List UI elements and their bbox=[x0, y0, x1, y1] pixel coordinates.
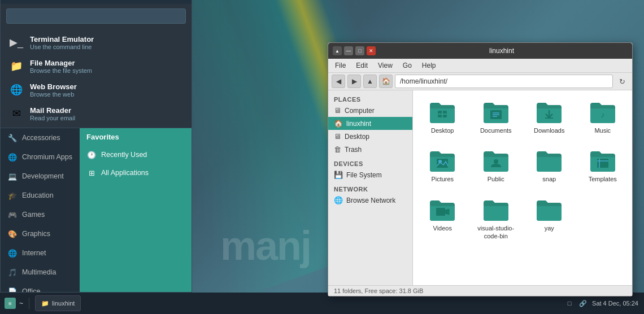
filemanager-sub: Browse the file system bbox=[30, 67, 92, 74]
quick-item-filemanager[interactable]: 📁 File Manager Browse the file system bbox=[1, 54, 192, 78]
fm-file-desktop[interactable]: Desktop bbox=[419, 96, 467, 139]
fm-window-controls: ▲ — □ ✕ bbox=[333, 46, 376, 55]
app-menu-area: 🔧 Accessories 🌐 Chromium Apps 💻 Developm… bbox=[1, 128, 192, 292]
manjaro-logo-text: manj bbox=[220, 223, 311, 269]
taskbar-tray-network[interactable]: 🔗 bbox=[578, 299, 588, 308]
cat-education[interactable]: 🎓 Education bbox=[1, 186, 80, 205]
mail-sub: Read your email bbox=[30, 115, 75, 121]
folder-icon-music: ♪ bbox=[589, 101, 616, 124]
cat-internet-icon: 🌐 bbox=[7, 248, 18, 258]
fm-menu-help[interactable]: Help bbox=[419, 60, 440, 71]
terminal-title: Terminal Emulator bbox=[30, 35, 94, 43]
folder-icon-downloads bbox=[536, 101, 563, 124]
fm-statusbar: 11 folders, Free space: 31.8 GiB bbox=[328, 285, 632, 296]
fm-menu-edit[interactable]: Edit bbox=[353, 60, 371, 71]
cat-office-icon: 📄 bbox=[7, 286, 18, 292]
fm-trash-label: Trash bbox=[345, 146, 362, 154]
fm-up-button[interactable]: ▲ bbox=[363, 75, 377, 88]
desktop-folder-icon: 🖥 bbox=[334, 132, 341, 141]
fm-close-button[interactable]: ✕ bbox=[367, 46, 376, 55]
fm-minimize-button[interactable]: — bbox=[344, 46, 353, 55]
fm-file-documents[interactable]: Documents bbox=[472, 96, 520, 139]
mail-icon: ✉ bbox=[8, 106, 24, 121]
fm-file-videos[interactable]: Videos bbox=[419, 194, 467, 245]
taskbar-menu-icon[interactable]: ≡ bbox=[5, 298, 16, 309]
svg-point-18 bbox=[494, 159, 498, 164]
file-name-public: Public bbox=[488, 175, 504, 183]
taskbar-window-linuxhint[interactable]: 📁 linuxhint bbox=[35, 295, 81, 311]
fm-maximize-button[interactable]: □ bbox=[355, 46, 364, 55]
fm-file-yay[interactable]: yay bbox=[525, 194, 573, 245]
file-name-downloads: Downloads bbox=[534, 127, 564, 134]
mail-title: Mail Reader bbox=[30, 106, 75, 115]
fm-sidebar-desktop[interactable]: 🖥 Desktop bbox=[328, 130, 412, 143]
fm-sidebar-filesystem[interactable]: 💾 File System bbox=[328, 168, 412, 181]
fm-devices-heading: Devices bbox=[328, 158, 412, 168]
app-recently-used-icon: 🕐 bbox=[86, 150, 97, 160]
cat-development-icon: 💻 bbox=[7, 171, 18, 181]
fm-desktop-label: Desktop bbox=[345, 133, 369, 141]
fm-file-templates[interactable]: Templates bbox=[579, 145, 627, 187]
cat-office[interactable]: 📄 Office bbox=[1, 282, 80, 292]
fm-network-section: Network 🌐 Browse Network bbox=[328, 184, 412, 207]
cat-multimedia[interactable]: 🎵 Multimedia bbox=[1, 263, 80, 282]
fm-menu-view[interactable]: View bbox=[375, 60, 396, 71]
fm-ctrl-up[interactable]: ▲ bbox=[333, 46, 342, 55]
fm-forward-button[interactable]: ▶ bbox=[347, 75, 361, 88]
fm-reload-button[interactable]: ↻ bbox=[615, 75, 629, 88]
cat-education-icon: 🎓 bbox=[7, 190, 18, 200]
cat-chromium-icon: 🌐 bbox=[7, 152, 18, 162]
terminal-sub: Use the command line bbox=[30, 43, 94, 50]
fm-home-button[interactable]: 🏠 bbox=[379, 75, 393, 88]
fm-places-heading: Places bbox=[328, 94, 412, 104]
quick-item-browser[interactable]: 🌐 Web Browser Browse the web bbox=[1, 78, 192, 102]
fm-sidebar-computer[interactable]: 🖥 Computer bbox=[328, 104, 412, 117]
fm-file-public[interactable]: Public bbox=[472, 145, 520, 187]
quick-item-terminal[interactable]: ▶_ Terminal Emulator Use the command lin… bbox=[1, 30, 192, 54]
fm-address-bar[interactable]: /home/linuxhint/ bbox=[395, 75, 613, 88]
filemanager-icon: 📁 bbox=[8, 58, 24, 74]
apps-panel-title: Favorites bbox=[86, 133, 119, 141]
cat-office-label: Office bbox=[22, 287, 40, 292]
fm-file-pictures[interactable]: Pictures bbox=[419, 145, 467, 187]
fm-file-downloads[interactable]: Downloads bbox=[525, 96, 573, 139]
search-bar[interactable] bbox=[6, 8, 186, 24]
fm-places-section: Places 🖥 Computer 🏠 linuxhint 🖥 Desktop bbox=[328, 94, 412, 156]
cat-multimedia-icon: 🎵 bbox=[7, 267, 18, 277]
cat-games[interactable]: 🎮 Games bbox=[1, 205, 80, 224]
up-arrow-icon: ▲ bbox=[367, 77, 373, 85]
fm-menu-file[interactable]: File bbox=[332, 60, 349, 71]
browser-sub: Browse the web bbox=[30, 91, 77, 98]
taskbar-tray-display[interactable]: □ bbox=[565, 299, 574, 308]
app-item-recently-used[interactable]: 🕐 Recently Used bbox=[80, 146, 192, 164]
cat-chromium-label: Chromium Apps bbox=[22, 153, 72, 161]
cat-chromium[interactable]: 🌐 Chromium Apps bbox=[1, 147, 80, 167]
fm-file-snap[interactable]: snap bbox=[525, 145, 573, 187]
app-item-all-apps[interactable]: ⊞ All Applications bbox=[80, 164, 192, 182]
fm-network-heading: Network bbox=[328, 184, 412, 194]
cat-development[interactable]: 💻 Development bbox=[1, 167, 80, 186]
fm-sidebar-linuxhint[interactable]: 🏠 linuxhint bbox=[328, 117, 412, 130]
taskbar-app-label: ~ bbox=[19, 299, 23, 307]
close-icon: ✕ bbox=[369, 48, 373, 54]
folder-icon-yay bbox=[536, 198, 563, 222]
home-icon: 🏠 bbox=[382, 77, 390, 85]
file-name-pictures: Pictures bbox=[431, 175, 454, 183]
cat-accessories[interactable]: 🔧 Accessories bbox=[1, 128, 80, 147]
fm-file-vscode[interactable]: visual-studio-code-bin bbox=[472, 194, 520, 245]
maximize-icon: □ bbox=[358, 48, 361, 54]
fm-sidebar-trash[interactable]: 🗑 Trash bbox=[328, 143, 412, 156]
fm-file-music[interactable]: ♪ Music bbox=[579, 96, 627, 139]
file-name-vscode: visual-studio-code-bin bbox=[475, 224, 518, 241]
network-browse-icon: 🌐 bbox=[334, 196, 343, 204]
cat-graphics[interactable]: 🎨 Graphics bbox=[1, 224, 80, 243]
minimize-icon: — bbox=[346, 48, 351, 54]
trash-sidebar-icon: 🗑 bbox=[334, 145, 341, 154]
search-input[interactable] bbox=[11, 12, 181, 20]
fm-sidebar-network[interactable]: 🌐 Browse Network bbox=[328, 194, 412, 207]
cat-internet[interactable]: 🌐 Internet bbox=[1, 243, 80, 263]
quick-item-mail[interactable]: ✉ Mail Reader Read your email bbox=[1, 102, 192, 125]
fm-back-button[interactable]: ◀ bbox=[332, 75, 345, 88]
fm-menu-go[interactable]: Go bbox=[399, 60, 415, 71]
cat-accessories-label: Accessories bbox=[22, 134, 60, 142]
